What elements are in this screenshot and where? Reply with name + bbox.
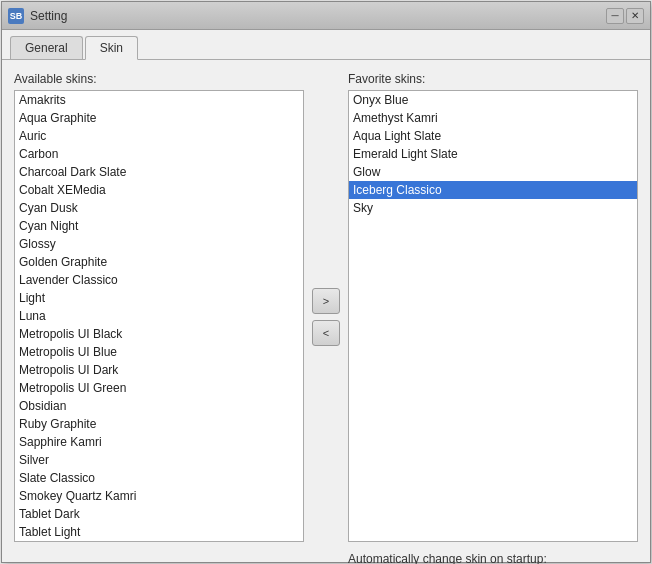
minimize-button[interactable]: ─	[606, 8, 624, 24]
list-item[interactable]: Glow	[349, 163, 637, 181]
left-panel: Available skins: AmakritsAqua GraphiteAu…	[14, 72, 304, 542]
main-window: SB Setting ─ ✕ General Skin Available sk…	[1, 1, 651, 563]
list-item[interactable]: Tablet Light	[15, 523, 303, 541]
startup-section: Automatically change skin on startup: Do…	[348, 552, 638, 564]
available-skins-label: Available skins:	[14, 72, 304, 86]
middle-panel: > <	[312, 72, 340, 542]
list-item[interactable]: Smokey Quartz Kamri	[15, 487, 303, 505]
right-panel: Favorite skins: Onyx BlueAmethyst KamriA…	[348, 72, 638, 542]
close-button[interactable]: ✕	[626, 8, 644, 24]
list-item[interactable]: Ruby Graphite	[15, 415, 303, 433]
list-item[interactable]: Cyan Dusk	[15, 199, 303, 217]
list-item[interactable]: Light	[15, 289, 303, 307]
list-item[interactable]: Cyan Night	[15, 217, 303, 235]
title-bar: SB Setting ─ ✕	[2, 2, 650, 30]
tab-bar: General Skin	[2, 30, 650, 60]
list-item[interactable]: Sapphire Kamri	[15, 433, 303, 451]
list-item[interactable]: Tablet Dark	[15, 505, 303, 523]
list-item[interactable]: Amethyst Kamri	[349, 109, 637, 127]
bottom-section: Automatically change skin on startup: Do…	[14, 552, 638, 564]
list-item[interactable]: Metropolis UI Black	[15, 325, 303, 343]
list-item[interactable]: Carbon	[15, 145, 303, 163]
list-item[interactable]: Luna	[15, 307, 303, 325]
list-item[interactable]: Silver	[15, 451, 303, 469]
list-item[interactable]: Metropolis UI Dark	[15, 361, 303, 379]
content-area: Available skins: AmakritsAqua GraphiteAu…	[2, 60, 650, 564]
tab-skin[interactable]: Skin	[85, 36, 138, 60]
favorite-skins-list[interactable]: Onyx BlueAmethyst KamriAqua Light SlateE…	[348, 90, 638, 542]
window-title: Setting	[30, 9, 606, 23]
panels-row: Available skins: AmakritsAqua GraphiteAu…	[14, 72, 638, 542]
bottom-row: Automatically change skin on startup: Do…	[14, 552, 638, 564]
list-item[interactable]: Sky	[349, 199, 637, 217]
list-item[interactable]: Cobalt XEMedia	[15, 181, 303, 199]
list-item[interactable]: Obsidian	[15, 397, 303, 415]
list-item[interactable]: Amakrits	[15, 91, 303, 109]
window-controls: ─ ✕	[606, 8, 644, 24]
list-item[interactable]: Metropolis UI Blue	[15, 343, 303, 361]
list-item[interactable]: Aqua Light Slate	[349, 127, 637, 145]
startup-label: Automatically change skin on startup:	[348, 552, 638, 564]
tab-general[interactable]: General	[10, 36, 83, 59]
favorite-skins-label: Favorite skins:	[348, 72, 638, 86]
list-item[interactable]: Aqua Graphite	[15, 109, 303, 127]
app-icon: SB	[8, 8, 24, 24]
list-item[interactable]: Onyx Blue	[349, 91, 637, 109]
list-item[interactable]: Iceberg Classico	[349, 181, 637, 199]
list-item[interactable]: Charcoal Dark Slate	[15, 163, 303, 181]
spacer-arrows	[312, 552, 340, 564]
list-item[interactable]: Metropolis UI Green	[15, 379, 303, 397]
list-item[interactable]: Slate Classico	[15, 469, 303, 487]
list-item[interactable]: Golden Graphite	[15, 253, 303, 271]
spacer-left	[14, 552, 304, 564]
add-to-favorites-button[interactable]: >	[312, 288, 340, 314]
list-item[interactable]: Auric	[15, 127, 303, 145]
list-item[interactable]: Emerald Light Slate	[349, 145, 637, 163]
remove-from-favorites-button[interactable]: <	[312, 320, 340, 346]
list-item[interactable]: Glossy	[15, 235, 303, 253]
available-skins-list[interactable]: AmakritsAqua GraphiteAuricCarbonCharcoal…	[14, 90, 304, 542]
list-item[interactable]: Lavender Classico	[15, 271, 303, 289]
